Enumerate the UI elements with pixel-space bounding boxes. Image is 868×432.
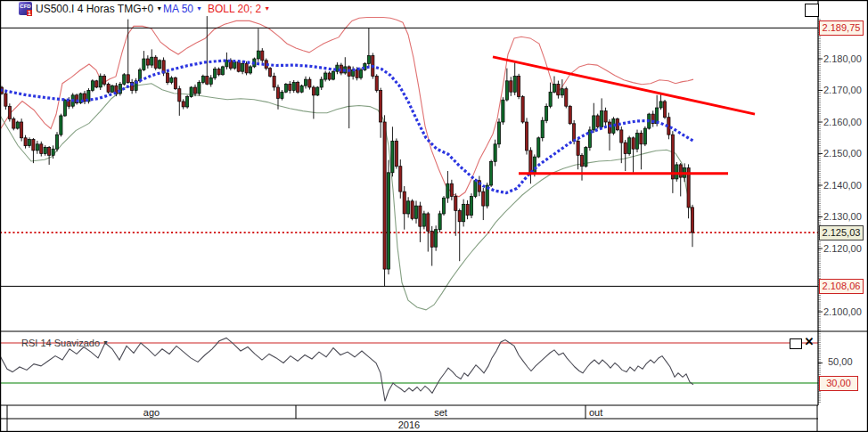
symbol-label: US500.I 4 Horas TMG+0 — [36, 3, 153, 15]
month-label-out: out — [589, 407, 602, 419]
boll-indicator-dropdown[interactable]: BOLL 20; 2▼ — [208, 3, 270, 15]
cfd-instrument-icon: CFD 1 — [19, 2, 32, 15]
rsi-close-icon[interactable]: ✕ — [803, 335, 815, 349]
month-label-ago: ago — [7, 407, 296, 419]
cfd-icon-text: CFD — [20, 4, 30, 9]
chevron-down-icon: ▼ — [102, 339, 109, 346]
price-tick-label: 2.140,00 — [823, 180, 862, 192]
cfd-icon-badge: 1 — [27, 10, 32, 16]
price-tick-label: 2.130,00 — [823, 211, 862, 223]
chart-window: CFD 1 US500.I 4 Horas TMG+0▼ MA 50▼ BOLL… — [0, 0, 868, 432]
chevron-down-icon: ▼ — [264, 5, 270, 12]
rsi-label: RSI 14 Suavizado — [21, 338, 100, 348]
low-price-marker: 2.108,06 — [819, 279, 864, 294]
last-price-marker: 2.125,03 — [819, 225, 864, 240]
high-price-marker: 2.189,75 — [819, 20, 864, 36]
chevron-down-icon: ▼ — [196, 5, 202, 12]
rsi-indicator-dropdown[interactable]: RSI 14 Suavizado▼ — [21, 338, 109, 348]
ma-label: MA 50 — [163, 3, 193, 15]
boll-label: BOLL 20; 2 — [208, 3, 261, 15]
rsi-plot-area[interactable] — [0, 332, 818, 405]
price-tick-label: 2.120,00 — [823, 243, 862, 255]
rsi-restore-button[interactable] — [790, 338, 802, 349]
price-tick-label: 2.160,00 — [823, 117, 862, 128]
year-label: 2016 — [0, 420, 818, 430]
maximize-button[interactable] — [805, 4, 819, 17]
price-tick-label: 2.150,00 — [823, 148, 862, 159]
rsi-tick-50: 50,00 — [828, 356, 853, 367]
chevron-down-icon: ▼ — [156, 5, 162, 12]
ma-indicator-dropdown[interactable]: MA 50▼ — [163, 3, 202, 15]
rsi-oversold-marker: 30,00 — [819, 376, 858, 391]
symbol-dropdown[interactable]: US500.I 4 Horas TMG+0▼ — [36, 3, 162, 15]
month-label-set: set — [296, 407, 585, 419]
price-tick-label: 2.170,00 — [823, 85, 862, 96]
chart-plot-area[interactable] — [0, 18, 818, 331]
price-tick-label: 2.180,00 — [823, 53, 862, 65]
toolbar: CFD 1 US500.I 4 Horas TMG+0▼ MA 50▼ BOLL… — [0, 0, 818, 18]
price-tick-label: 2.100,00 — [823, 306, 862, 318]
